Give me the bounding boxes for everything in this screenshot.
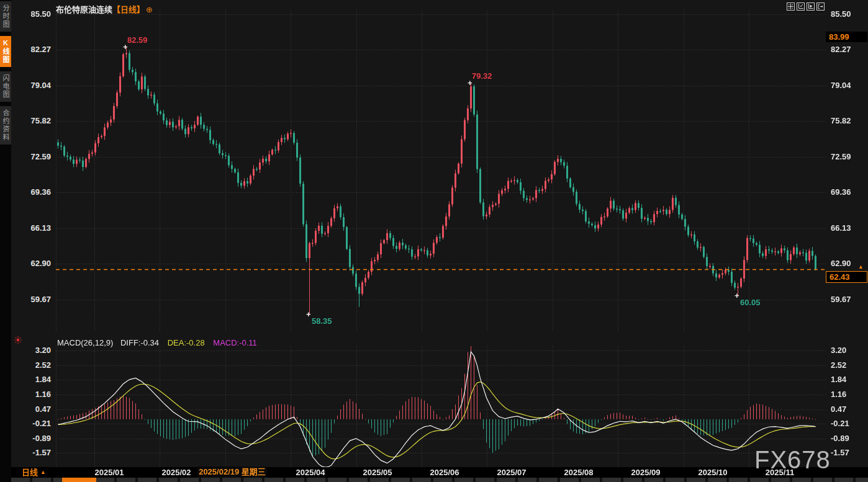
crosshair-date-label: 2025/02/19 星期三 <box>197 466 267 478</box>
macd-tick-right: -0.21 <box>831 419 867 429</box>
macd-header: MACD(26,12,9) DIFF:-0.34 DEA:-0.28 MACD:… <box>57 338 257 347</box>
price-tick-right: 59.67 <box>831 295 867 305</box>
macd-tick-right: 1.84 <box>831 375 867 385</box>
macd-tick-right: -1.57 <box>831 448 867 458</box>
price-tick-left: 66.13 <box>19 223 51 233</box>
sidebar-tab-2[interactable]: 闪电图 <box>0 71 11 102</box>
month-label: 2025/05 <box>356 467 399 478</box>
extreme-price-label: 82.59 <box>127 35 148 45</box>
exit-icon[interactable] <box>816 2 825 11</box>
macd-tick-left: 1.84 <box>19 375 51 385</box>
price-tick-right: 79.04 <box>831 81 867 91</box>
month-label: 2025/06 <box>423 467 466 478</box>
price-tick-left: 59.67 <box>19 295 51 305</box>
price-tick-left: 62.90 <box>19 259 51 269</box>
price-tick-left: 82.27 <box>19 45 51 55</box>
extreme-price-label: 60.05 <box>740 298 761 307</box>
month-label: 2025/02 <box>155 467 198 478</box>
chart-toolbar <box>787 2 825 11</box>
macd-dea-value: DEA:-0.28 <box>168 338 205 347</box>
macd-name: MACD(26,12,9) <box>57 338 113 347</box>
macd-diff-value: DIFF:-0.34 <box>120 338 159 347</box>
month-label: 2025/07 <box>490 467 533 478</box>
axis-play-icon[interactable] <box>807 2 815 11</box>
period-dropdown-arrow-icon: ▲ <box>40 469 46 475</box>
period-tag: 【日线】 <box>112 5 145 14</box>
price-tick-left: 79.04 <box>19 81 51 91</box>
macd-tick-left: 1.16 <box>19 390 51 399</box>
price-tick-right: 72.59 <box>831 152 867 162</box>
price-up-arrow-icon: ▲ <box>858 264 864 270</box>
add-indicator-icon[interactable]: ⊕ <box>146 5 153 14</box>
upper-price-marker: 83.99 <box>826 32 867 42</box>
macd-value: MACD:-0.11 <box>213 338 257 347</box>
scrollbar-thumb[interactable] <box>62 478 96 482</box>
macd-tick-right: -0.89 <box>831 434 867 444</box>
month-label: 2025/08 <box>557 467 600 478</box>
extreme-price-label: 58.35 <box>312 316 332 326</box>
macd-tick-right: 1.16 <box>831 390 867 399</box>
sidebar: 分时图K线图闪电图合约资料 <box>0 0 11 482</box>
extreme-price-label: 79.32 <box>472 71 492 81</box>
month-label: 2025/10 <box>691 467 735 478</box>
macd-tick-left: 0.47 <box>19 404 51 414</box>
macd-tick-left: 3.20 <box>19 346 51 355</box>
price-tick-right: 75.82 <box>831 116 867 126</box>
sidebar-tab-3[interactable]: 合约资料 <box>0 106 11 145</box>
sidebar-tab-0[interactable]: 分时图 <box>0 1 11 32</box>
month-label: 2025/04 <box>289 467 332 478</box>
price-tick-left: 69.36 <box>19 187 51 197</box>
sidebar-tab-1[interactable]: K线图 <box>0 36 11 67</box>
trading-app: { "header": {"symbol": "布伦特原油连续", "perio… <box>0 0 868 482</box>
watermark: FX678 <box>754 446 831 474</box>
macd-tick-left: -0.21 <box>19 419 51 429</box>
price-tick-right: 82.27 <box>831 45 867 55</box>
macd-tick-right: 3.20 <box>831 346 867 355</box>
macd-tick-left: 2.52 <box>19 360 51 370</box>
macd-tick-right: 2.52 <box>831 360 867 370</box>
candlestick-chart-canvas[interactable] <box>56 0 826 478</box>
macd-tick-left: -1.57 <box>19 448 51 458</box>
period-selector[interactable]: 日线▲ <box>22 466 46 478</box>
last-price-box: 62.43 <box>826 271 867 283</box>
macd-tick-right: 0.47 <box>831 404 867 414</box>
price-tick-right: 69.36 <box>831 187 867 197</box>
macd-tick-left: -0.89 <box>19 434 51 444</box>
horizontal-scrollbar[interactable] <box>11 478 868 482</box>
symbol-name: 布伦特原油连续 <box>56 5 112 14</box>
extreme-cross-marker: + <box>306 310 311 318</box>
crosshair-icon[interactable] <box>787 2 795 11</box>
price-tick-left: 75.82 <box>19 116 51 126</box>
macd-settings-icon[interactable] <box>14 336 22 347</box>
price-tick-right: 66.13 <box>831 223 867 233</box>
chart-title: 布伦特原油连续【日线】⊕ <box>56 3 153 15</box>
price-tick-left: 72.59 <box>19 152 51 162</box>
axis-zoom-icon[interactable] <box>797 2 805 11</box>
price-tick-left: 85.50 <box>19 9 51 19</box>
extreme-cross-marker: + <box>735 292 739 300</box>
price-tick-right: 85.50 <box>831 9 867 19</box>
month-label: 2025/09 <box>624 467 667 478</box>
month-label: 2025/01 <box>88 467 131 478</box>
